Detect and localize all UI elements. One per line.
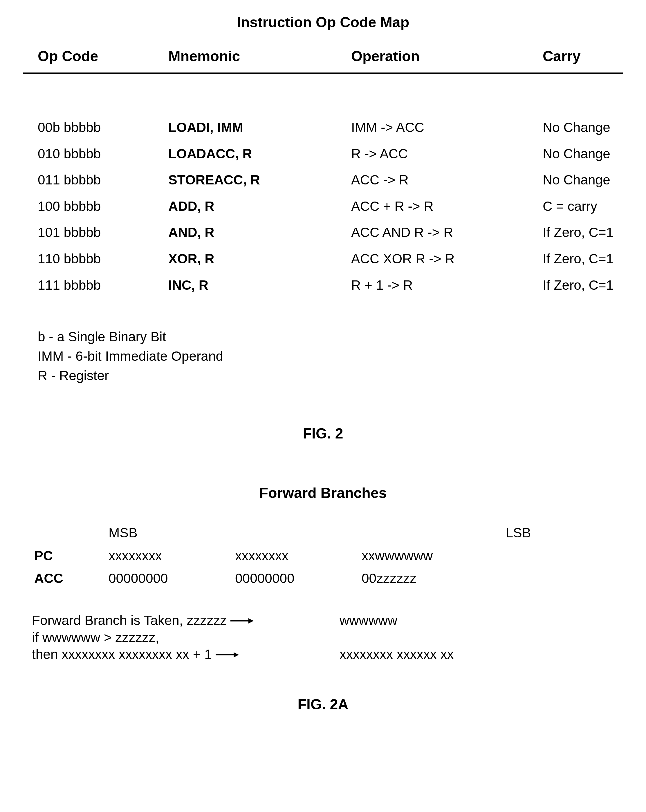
cell-carry: No Change [540,114,623,140]
cell-mnemonic: STOREACC, R [165,167,334,193]
svg-marker-1 [248,618,254,624]
cell-opcode: 010 bbbbb [23,140,165,167]
arrow-right-icon [230,617,254,625]
cell-operation: R + 1 -> R [334,272,540,298]
cell-opcode: 100 bbbbb [23,193,165,220]
forward-branch-text: Forward Branch is Taken, zzzzzz wwwwww i… [32,613,623,662]
cell-operation: ACC AND R -> R [334,219,540,246]
arrow-right-icon [216,650,239,659]
col-header-opcode: Op Code [23,45,165,73]
fb-line1-right: wwwwww [340,613,623,628]
forward-branches-title: Forward Branches [23,485,623,501]
lsb-label: LSB [359,521,571,544]
table-row: 101 bbbbb AND, R ACC AND R -> R If Zero,… [23,219,623,246]
cell-opcode: 00b bbbbb [23,114,165,140]
cell-operation: IMM -> ACC [334,114,540,140]
acc-row: ACC 00000000 00000000 00zzzzzz [32,567,571,590]
pc-byte2: xxxxxxxx [106,544,233,567]
legend-r: R - Register [38,366,623,385]
figure-2-caption: FIG. 2 [23,426,623,442]
table-row: 111 bbbbb INC, R R + 1 -> R If Zero, C=1 [23,272,623,298]
figure-2a-caption: FIG. 2A [23,697,623,713]
pc-byte0: xxwwwwww [359,544,571,567]
acc-byte0: 00zzzzzz [359,567,571,590]
col-header-carry: Carry [540,45,623,73]
cell-opcode: 111 bbbbb [23,272,165,298]
acc-byte1: 00000000 [233,567,359,590]
cell-mnemonic: XOR, R [165,246,334,272]
table-row: 010 bbbbb LOADACC, R R -> ACC No Change [23,140,623,167]
cell-opcode: 101 bbbbb [23,219,165,246]
cell-operation: R -> ACC [334,140,540,167]
legend-imm: IMM - 6-bit Immediate Operand [38,346,623,366]
cell-opcode: 110 bbbbb [23,246,165,272]
table-row: 011 bbbbb STOREACC, R ACC -> R No Change [23,167,623,193]
legend: b - a Single Binary Bit IMM - 6-bit Imme… [23,327,623,385]
cell-carry: If Zero, C=1 [540,219,623,246]
fb-line3-left: then xxxxxxxx xxxxxxxx xx + 1 [32,647,212,662]
cell-mnemonic: ADD, R [165,193,334,220]
cell-mnemonic: INC, R [165,272,334,298]
table-row: 100 bbbbb ADD, R ACC + R -> R C = carry [23,193,623,220]
cell-carry: If Zero, C=1 [540,246,623,272]
acc-byte2: 00000000 [106,567,233,590]
msb-label: MSB [106,521,233,544]
acc-label: ACC [32,567,106,590]
cell-operation: ACC -> R [334,167,540,193]
cell-carry: If Zero, C=1 [540,272,623,298]
pc-label: PC [32,544,106,567]
cell-mnemonic: LOADI, IMM [165,114,334,140]
table-row: 110 bbbbb XOR, R ACC XOR R -> R If Zero,… [23,246,623,272]
cell-opcode: 011 bbbbb [23,167,165,193]
cell-carry: No Change [540,140,623,167]
fb-line1-left: Forward Branch is Taken, zzzzzz [32,613,227,628]
cell-carry: C = carry [540,193,623,220]
col-header-operation: Operation [334,45,540,73]
cell-operation: ACC + R -> R [334,193,540,220]
table-row: 00b bbbbb LOADI, IMM IMM -> ACC No Chang… [23,114,623,140]
fb-line3-right: xxxxxxxx xxxxxx xx [340,647,623,662]
cell-operation: ACC XOR R -> R [334,246,540,272]
legend-b: b - a Single Binary Bit [38,327,623,346]
register-table: MSB LSB PC xxxxxxxx xxxxxxxx xxwwwwww AC… [32,521,571,590]
cell-carry: No Change [540,167,623,193]
cell-mnemonic: LOADACC, R [165,140,334,167]
col-header-mnemonic: Mnemonic [165,45,334,73]
opcode-table: Op Code Mnemonic Operation Carry 00b bbb… [23,45,623,298]
fb-line2: if wwwwww > zzzzzz, [32,630,340,645]
pc-byte1: xxxxxxxx [233,544,359,567]
pc-row: PC xxxxxxxx xxxxxxxx xxwwwwww [32,544,571,567]
svg-marker-3 [234,652,239,658]
page-title: Instruction Op Code Map [23,14,623,31]
cell-mnemonic: AND, R [165,219,334,246]
